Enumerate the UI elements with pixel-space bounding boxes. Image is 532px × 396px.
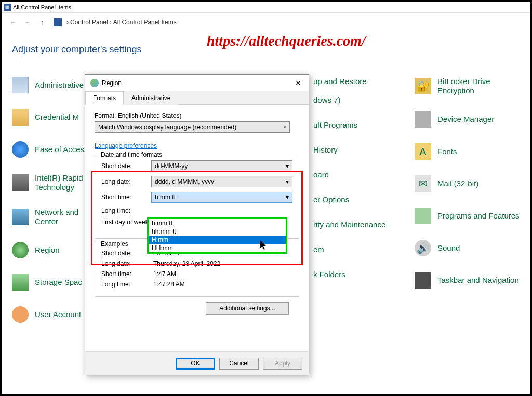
chevron-right-icon: › xyxy=(66,19,69,26)
cp-item-admin-tools[interactable]: Administrative xyxy=(12,77,90,93)
ex-short-time-value: 1:47 AM xyxy=(153,270,176,278)
network-icon xyxy=(12,209,29,225)
device-mgr-icon xyxy=(415,111,431,128)
cp-item-bitlocker[interactable]: 🔐BitLocker Drive Encryption xyxy=(415,77,529,95)
cp-item-device-manager[interactable]: Device Manager xyxy=(415,111,529,128)
bitlocker-icon: 🔐 xyxy=(415,78,431,94)
window-title: All Control Panel Items xyxy=(13,4,71,10)
admin-tools-icon xyxy=(12,77,29,93)
intel-icon xyxy=(12,174,29,191)
cp-item-system[interactable]: em xyxy=(313,245,415,254)
short-time-combo[interactable]: h:mm tt▾ xyxy=(151,192,292,203)
cp-item-network[interactable]: Network and Center xyxy=(12,208,90,226)
watermark-text: https://alltechqueries.com/ xyxy=(207,33,366,49)
first-day-label: First day of week: xyxy=(101,219,151,226)
long-date-combo[interactable]: dddd, d MMMM, yyyy▾ xyxy=(151,176,292,187)
cp-item-programs-features[interactable]: Programs and Features xyxy=(415,208,529,224)
breadcrumb[interactable]: Control Panel xyxy=(70,19,108,26)
taskbar-icon xyxy=(415,272,431,289)
ease-icon xyxy=(12,141,29,158)
cp-item-keyboard[interactable]: oard xyxy=(313,170,415,180)
cp-item-backup-restore[interactable]: up and Restore dows 7) xyxy=(313,77,415,105)
long-date-label: Long date: xyxy=(101,178,151,185)
cp-item-intel-rapid[interactable]: Intel(R) Rapid Technology xyxy=(12,173,90,192)
ex-short-date-label: Short date: xyxy=(101,250,153,257)
close-button[interactable]: ✕ xyxy=(291,78,305,88)
sound-icon: 🔊 xyxy=(415,240,431,256)
cp-item-storage-spaces[interactable]: Storage Spac xyxy=(12,274,90,291)
ex-long-date-label: Long date: xyxy=(101,260,153,267)
format-label: Format: English (United States) xyxy=(95,112,299,119)
cp-item-mail[interactable]: ✉Mail (32-bit) xyxy=(415,175,529,192)
nav-bar: ← → ↑ › Control Panel › All Control Pane… xyxy=(2,13,530,32)
tab-strip: Formats Administrative xyxy=(85,91,309,105)
format-combo[interactable]: Match Windows display language (recommen… xyxy=(95,121,290,133)
dropdown-option[interactable]: h:mm tt xyxy=(149,219,286,227)
apply-button[interactable]: Apply xyxy=(263,358,302,370)
cp-item-taskbar-navigation[interactable]: Taskbar and Navigation xyxy=(415,272,529,289)
control-panel-icon: ▦ xyxy=(4,4,11,11)
dialog-title: Region xyxy=(102,79,122,87)
chevron-down-icon: ▾ xyxy=(286,162,289,170)
tab-administrative[interactable]: Administrative xyxy=(124,91,178,105)
cp-item-power-options[interactable]: er Options xyxy=(313,195,415,204)
short-date-combo[interactable]: dd-MMM-yy▾ xyxy=(151,160,292,172)
dialog-titlebar: Region ✕ xyxy=(85,75,309,91)
cp-item-region[interactable]: Region xyxy=(12,242,90,258)
ex-long-date-value: Thursday, 28 April, 2022 xyxy=(153,260,220,267)
fonts-icon: A xyxy=(415,143,431,160)
title-bar: ▦ All Control Panel Items xyxy=(2,2,530,13)
chevron-down-icon: ▾ xyxy=(284,125,286,130)
mail-icon: ✉ xyxy=(415,175,431,192)
group-legend: Date and time formats xyxy=(99,151,164,158)
credential-icon xyxy=(12,109,29,126)
cp-item-ease-of-access[interactable]: Ease of Access xyxy=(12,141,90,158)
cp-item-credential-manager[interactable]: Credential M xyxy=(12,109,90,126)
long-time-label: Long time: xyxy=(101,207,151,214)
back-button[interactable]: ← xyxy=(7,16,19,29)
additional-settings-button[interactable]: Additional settings... xyxy=(206,302,289,315)
region-icon xyxy=(12,242,29,258)
ex-short-time-label: Short time: xyxy=(101,270,153,278)
storage-icon xyxy=(12,274,29,291)
cp-item-user-accounts[interactable]: User Account xyxy=(12,306,90,323)
user-icon xyxy=(12,306,29,323)
short-date-label: Short date: xyxy=(101,162,151,170)
ex-long-time-label: Long time: xyxy=(101,281,153,288)
short-time-label: Short time: xyxy=(101,194,151,201)
tab-formats[interactable]: Formats xyxy=(85,91,124,105)
dropdown-option[interactable]: hh:mm tt xyxy=(149,227,286,236)
cp-item-file-history[interactable]: History xyxy=(313,145,415,155)
cursor-icon xyxy=(260,240,268,252)
chevron-right-icon: › xyxy=(110,19,112,26)
cp-item-sound[interactable]: 🔊Sound xyxy=(415,240,529,256)
up-button[interactable]: ↑ xyxy=(36,16,48,29)
chevron-down-icon: ▾ xyxy=(286,178,289,185)
ok-button[interactable]: OK xyxy=(176,358,215,370)
group-legend: Examples xyxy=(99,240,130,248)
cp-item-fonts[interactable]: AFonts xyxy=(415,143,529,160)
globe-icon xyxy=(90,79,99,87)
cp-item-security-maintenance[interactable]: rity and Maintenance xyxy=(313,220,415,229)
chevron-down-icon: ▾ xyxy=(286,194,289,201)
forward-button[interactable]: → xyxy=(21,16,34,29)
programs-icon xyxy=(415,208,431,224)
ex-long-time-value: 1:47:28 AM xyxy=(153,281,185,288)
cp-item-default-programs[interactable]: ult Programs xyxy=(313,120,415,130)
language-preferences-link[interactable]: Language preferences xyxy=(95,142,157,149)
cp-item-work-folders[interactable]: k Folders xyxy=(313,270,415,279)
cancel-button[interactable]: Cancel xyxy=(219,358,259,370)
breadcrumb[interactable]: All Control Panel Items xyxy=(113,19,177,26)
path-icon xyxy=(54,18,62,26)
page-heading: Adjust your computer's settings xyxy=(12,44,142,55)
